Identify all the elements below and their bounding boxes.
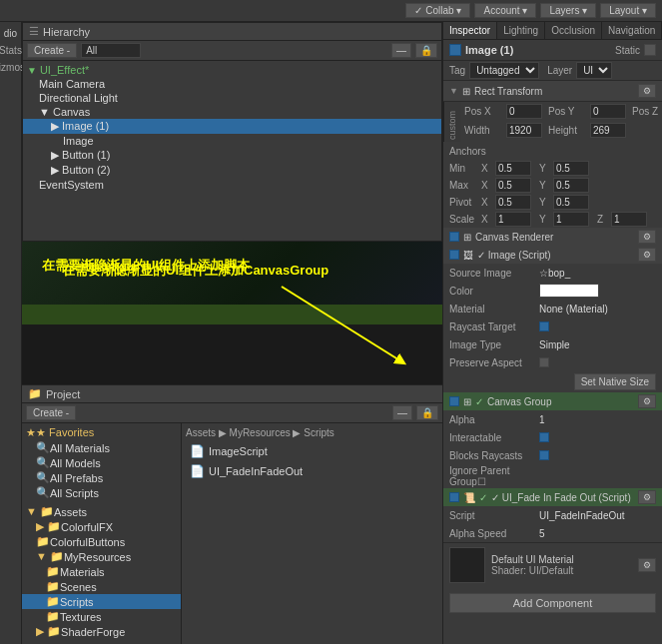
pos-y-field[interactable] <box>590 104 626 119</box>
tree-item-eventsystem[interactable]: EventSystem <box>23 178 441 192</box>
tree-item-ui-effect[interactable]: ▼ UI_Effect* <box>23 63 441 77</box>
my-resources-item[interactable]: ▼ 📁 MyResources <box>22 549 181 564</box>
preserve-row: Preserve Aspect <box>443 353 662 371</box>
height-field[interactable] <box>590 123 626 138</box>
folder-icon: ▶ 📁 <box>36 520 61 533</box>
tab-occlusion[interactable]: Occlusion <box>545 22 602 39</box>
assets-label: Assets <box>54 506 87 518</box>
tree-item-button2[interactable]: ▶ Button (2) <box>23 163 441 178</box>
hierarchy-icon: ☰ <box>29 25 39 38</box>
item-label: All Scripts <box>50 487 99 499</box>
gameobject-enabled-checkbox[interactable] <box>449 44 461 56</box>
tag-label: Tag <box>449 65 465 76</box>
material-info: Default UI Material Shader: UI/Default <box>491 554 574 576</box>
inspector-gameobject-header: Image (1) Static <box>443 40 662 61</box>
default-material-label: Default UI Material <box>491 554 574 565</box>
pos-z-label: Pos Z <box>632 106 662 117</box>
static-checkbox[interactable] <box>644 44 656 56</box>
interactable-row: Interactable <box>443 428 662 446</box>
color-swatch[interactable] <box>539 284 599 298</box>
hierarchy-collapse-btn[interactable]: — <box>391 43 411 58</box>
canvas-renderer-enabled[interactable] <box>449 232 459 242</box>
scale-z-field[interactable] <box>611 212 647 227</box>
project-collapse-btn[interactable]: — <box>392 405 412 420</box>
hierarchy-create-btn[interactable]: Create - <box>27 43 77 58</box>
hierarchy-search-input[interactable] <box>81 43 141 58</box>
width-field[interactable] <box>506 123 542 138</box>
project-lock-btn[interactable]: 🔒 <box>416 405 438 420</box>
canvas-renderer-menu[interactable]: ⚙ <box>638 230 656 244</box>
layer-select[interactable]: UI <box>576 62 612 79</box>
left-tab-dio[interactable]: dio <box>2 26 19 41</box>
max-y-field[interactable] <box>553 178 589 193</box>
shader-forge-item[interactable]: ▶ 📁 ShaderForge <box>22 624 181 639</box>
collab-button[interactable]: ✓ Collab ▾ <box>405 3 470 18</box>
blocks-checkbox[interactable] <box>539 450 549 460</box>
file-imagescript[interactable]: 📄 ImageScript <box>186 442 438 460</box>
left-tab-stats[interactable]: Stats <box>0 43 24 58</box>
layout-button[interactable]: Layout ▾ <box>600 3 656 18</box>
image-script-enabled[interactable] <box>449 250 459 260</box>
raycast-checkbox[interactable] <box>539 322 549 331</box>
add-component-btn[interactable]: Add Component <box>449 593 656 613</box>
project-create-btn[interactable]: Create - <box>26 405 76 420</box>
colorful-fx-item[interactable]: ▶ 📁 ColorfulFX <box>22 519 181 534</box>
scale-x-field[interactable] <box>495 212 531 227</box>
tree-item-image[interactable]: Image <box>23 134 441 148</box>
tree-item-directional-light[interactable]: Directional Light <box>23 91 441 105</box>
scene-icon: ▼ <box>27 65 37 76</box>
min-y-field[interactable] <box>553 161 589 176</box>
pivot-x-field[interactable] <box>495 195 531 210</box>
folder-icon: ▶ 📁 <box>36 625 61 638</box>
search-icon: 🔍 <box>36 441 50 454</box>
tag-select[interactable]: Untagged <box>469 62 539 79</box>
scenes-item[interactable]: 📁 Scenes <box>22 579 181 594</box>
canvas-group-enabled[interactable] <box>449 396 459 406</box>
tab-inspector[interactable]: Inspector <box>443 22 497 39</box>
all-materials-item[interactable]: 🔍 All Materials <box>22 440 181 455</box>
assets-header[interactable]: ▼ 📁 Assets <box>22 504 181 519</box>
all-models-item[interactable]: 🔍 All Models <box>22 455 181 470</box>
tree-item-main-camera[interactable]: Main Camera <box>23 77 441 91</box>
tree-item-image1[interactable]: ▶ Image (1) <box>23 119 441 134</box>
file-ui-fade[interactable]: 📄 UI_FadeInFadeOut <box>186 462 438 480</box>
account-button[interactable]: Account ▾ <box>474 3 536 18</box>
all-prefabs-item[interactable]: 🔍 All Prefabs <box>22 470 181 485</box>
y-label: Y <box>539 163 549 174</box>
fade-script-enabled[interactable] <box>449 492 459 502</box>
tree-label: Directional Light <box>39 92 118 104</box>
rect-transform-menu-btn[interactable]: ⚙ <box>638 84 656 98</box>
pivot-y-field[interactable] <box>553 195 589 210</box>
set-native-size-row: Set Native Size <box>443 371 662 392</box>
hierarchy-lock-btn[interactable]: 🔒 <box>415 43 437 58</box>
favorites-header[interactable]: ★ ★ Favorites <box>22 425 181 440</box>
image-script-icon: 🖼 <box>463 250 473 261</box>
preserve-checkbox[interactable] <box>539 357 549 367</box>
raycast-row: Raycast Target <box>443 318 662 335</box>
all-scripts-item[interactable]: 🔍 All Scripts <box>22 485 181 500</box>
scale-y-field[interactable] <box>553 212 589 227</box>
min-x-field[interactable] <box>495 161 531 176</box>
canvas-group-menu[interactable]: ⚙ <box>638 394 656 408</box>
image-script-menu[interactable]: ⚙ <box>638 248 656 262</box>
pos-x-field[interactable] <box>506 104 542 119</box>
set-native-size-btn[interactable]: Set Native Size <box>574 373 656 390</box>
tree-item-button1[interactable]: ▶ Button (1) <box>23 148 441 163</box>
colorful-buttons-item[interactable]: 📁 ColorfulButtons <box>22 534 181 549</box>
gameobject-name: Image (1) <box>465 44 513 56</box>
fade-script-menu[interactable]: ⚙ <box>638 490 656 504</box>
max-x-field[interactable] <box>495 178 531 193</box>
file-label: UI_FadeInFadeOut <box>209 465 303 477</box>
materials-item[interactable]: 📁 Materials <box>22 564 181 579</box>
textures-item[interactable]: 📁 Textures <box>22 609 181 624</box>
y-label: Y <box>539 197 549 208</box>
interactable-checkbox[interactable] <box>539 432 549 442</box>
layers-button[interactable]: Layers ▾ <box>540 3 596 18</box>
tab-navigation[interactable]: Navigation <box>602 22 662 39</box>
tree-item-canvas[interactable]: ▼ Canvas <box>23 105 441 119</box>
tab-lighting[interactable]: Lighting <box>497 22 545 39</box>
fade-checkmark: ✓ <box>479 492 487 503</box>
scripts-item[interactable]: 📁 Scripts <box>22 594 181 609</box>
hierarchy-toolbar: Create - — 🔒 <box>23 41 441 61</box>
material-menu-btn[interactable]: ⚙ <box>638 558 656 572</box>
